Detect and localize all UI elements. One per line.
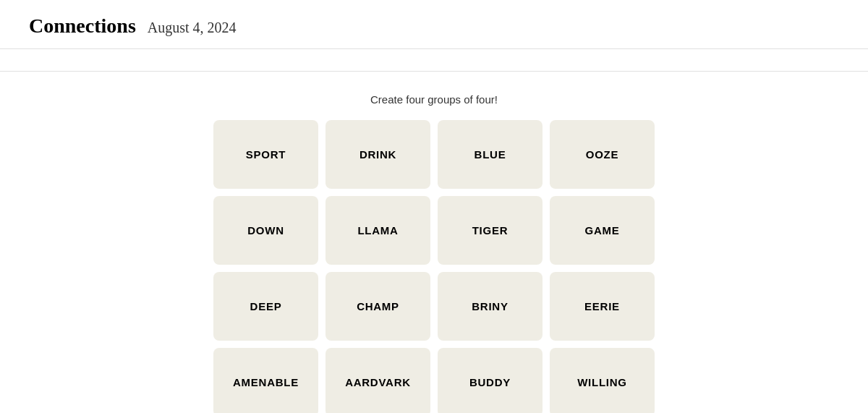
tile-game[interactable]: GAME — [550, 196, 655, 265]
header: Connections August 4, 2024 — [0, 0, 868, 49]
tile-grid: SPORTDRINKBLUEOOZEDOWNLLAMATIGERGAMEDEEP… — [213, 120, 655, 413]
tile-sport[interactable]: SPORT — [213, 120, 318, 189]
tile-aardvark[interactable]: AARDVARK — [326, 348, 430, 413]
tile-buddy[interactable]: BUDDY — [438, 348, 542, 413]
tile-ooze[interactable]: OOZE — [550, 120, 655, 189]
tile-amenable[interactable]: AMENABLE — [213, 348, 318, 413]
tile-tiger[interactable]: TIGER — [438, 196, 542, 265]
main-content: Create four groups of four! SPORTDRINKBL… — [0, 72, 868, 413]
tile-blue[interactable]: BLUE — [438, 120, 542, 189]
tile-llama[interactable]: LLAMA — [326, 196, 430, 265]
tile-briny[interactable]: BRINY — [438, 272, 542, 341]
tile-champ[interactable]: CHAMP — [326, 272, 430, 341]
tile-deep[interactable]: DEEP — [213, 272, 318, 341]
page-title: Connections — [29, 14, 136, 38]
tile-down[interactable]: DOWN — [213, 196, 318, 265]
header-date: August 4, 2024 — [148, 20, 237, 36]
instructions: Create four groups of four! — [370, 93, 498, 106]
tile-drink[interactable]: DRINK — [326, 120, 430, 189]
tile-eerie[interactable]: EERIE — [550, 272, 655, 341]
tile-willing[interactable]: WILLING — [550, 348, 655, 413]
